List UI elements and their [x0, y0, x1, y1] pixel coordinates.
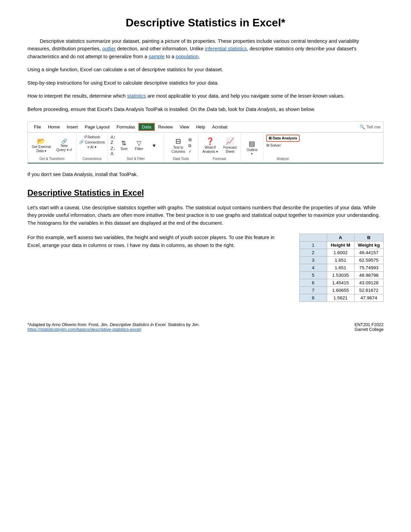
p3: Step-by-step instructions for using Exce… [27, 79, 384, 87]
group-sort-filter: A↑Z Z↓A ⇅ Sort ▽ Filter [108, 134, 164, 161]
group-outline: ▤ Outline ▾ [241, 134, 263, 161]
sample-link[interactable]: sample [149, 54, 165, 59]
row-num-2: 2 [299, 249, 327, 257]
section-heading: Descriptive Statistics in Excel [27, 188, 384, 198]
weight-4: 75.74993 [354, 264, 383, 272]
data-validation-btn[interactable]: ✓ [188, 149, 192, 154]
text-to-columns-btn[interactable]: ⊟ Text toColumns [170, 136, 186, 154]
sort-icon: ⇅ [121, 140, 126, 146]
section-body: Let's start with a caveat. Use descripti… [27, 204, 384, 227]
get-transform-label: Get & Transform [39, 157, 64, 161]
height-8: 1.5621 [327, 294, 354, 302]
ribbon-tab-bar: File Home Insert Page Layout Formulas Da… [28, 122, 383, 133]
sort-az-btn[interactable]: A↑Z [111, 135, 116, 145]
get-transform-buttons: 📂 Get ExternalData ▾ 🔗 NewQuery ▾ ↺ [30, 135, 73, 156]
data-description: For this example, we'll assess two varia… [27, 234, 286, 255]
properties-btn[interactable]: ≡ AI ▾ [87, 145, 97, 149]
text-to-columns-icon: ⊟ [175, 137, 181, 145]
row-num-5: 5 [299, 272, 327, 279]
group-data-tools: ⊟ Text toColumns ⊞ ⧉ ✓ Data Tools [164, 134, 198, 161]
footer-title: Descriptive Statistics in Excel. [110, 322, 166, 327]
statistics-link[interactable]: statistics [127, 93, 146, 99]
tab-insert[interactable]: Insert [63, 123, 82, 131]
table-row: 8 1.5621 47.9674 [299, 294, 383, 302]
data-analysis-label: Data Analysis [273, 136, 297, 140]
outline-arrow: ▾ [251, 152, 253, 156]
get-external-data-btn[interactable]: 📂 Get ExternalData ▾ [30, 137, 52, 154]
sort-az-za-stack: A↑Z Z↓A [111, 135, 116, 156]
flash-fill-icon: ⊞ [188, 137, 192, 142]
row-num-7: 7 [299, 287, 327, 294]
forecast-sheet-icon: 📈 [226, 137, 234, 145]
tab-review[interactable]: Review [155, 123, 176, 131]
table-row: 1 Height M Weight kg [299, 242, 383, 249]
tab-page-layout[interactable]: Page Layout [81, 123, 113, 131]
remove-dup-icon: ⧉ [188, 143, 191, 148]
row-num-3: 3 [299, 257, 327, 264]
weight-6: 43.09128 [354, 279, 383, 287]
refresh-icon: ↺ [84, 135, 87, 139]
advanced-filter-btn[interactable]: ▼ [147, 142, 161, 149]
weight-header: Weight kg [354, 242, 383, 249]
footer-url[interactable]: https://statisticsbyjim.com/basics/descr… [27, 327, 141, 332]
height-4: 1.651 [327, 264, 354, 272]
footer-right: ENT201 F2022 Garrett College [354, 322, 384, 332]
solver-btn[interactable]: ⊛ Solver [266, 143, 281, 148]
tab-formulas[interactable]: Formulas [113, 123, 138, 131]
height-6: 1.45415 [327, 279, 354, 287]
forecast-sheet-btn[interactable]: 📈 ForecastSheet [222, 136, 238, 154]
sort-za-icon: Z↓A [111, 146, 115, 156]
connections-group-label: Connections [83, 157, 102, 161]
outline-btn[interactable]: ▤ Outline ▾ [245, 139, 259, 156]
connections-btn[interactable]: 🔗 Connections [79, 140, 104, 144]
table-row: 5 1.53035 48.98798 [299, 272, 383, 279]
weight-7: 52.61672 [354, 287, 383, 294]
what-if-label: What-IfAnalysis ▾ [202, 146, 218, 154]
new-query-label: NewQuery ▾ ↺ [57, 144, 72, 152]
data-table: A B 1 Height M Weight kg 2 1.6002 49.441… [299, 234, 384, 302]
outlier-link[interactable]: outlier [102, 46, 116, 51]
properties-label: AI ▾ [90, 145, 97, 149]
sort-za-btn[interactable]: Z↓A [111, 146, 116, 156]
tab-data[interactable]: Data [138, 123, 154, 131]
flash-fill-btn[interactable]: ⊞ [188, 137, 192, 142]
data-analysis-btn[interactable]: ⊞ Data Analysis [266, 135, 300, 142]
what-if-btn[interactable]: ❓ What-IfAnalysis ▾ [201, 136, 219, 154]
sort-btn[interactable]: ⇅ Sort [117, 139, 131, 151]
inferential-link[interactable]: inferential statistics [205, 46, 247, 51]
new-query-btn[interactable]: 🔗 NewQuery ▾ ↺ [55, 138, 74, 153]
new-query-icon: 🔗 [61, 139, 67, 144]
tab-home[interactable]: Home [45, 123, 63, 131]
height-7: 1.60655 [327, 287, 354, 294]
ribbon-search[interactable]: 🔍 Tell me [360, 124, 381, 129]
forecast-sheet-label: ForecastSheet [223, 146, 237, 154]
data-tools-icons: ⊞ ⧉ ✓ [188, 137, 192, 154]
analyze-group-label: Analyze [277, 157, 289, 161]
connections-label: Connections [85, 140, 104, 144]
outline-buttons: ▤ Outline ▾ [245, 135, 259, 160]
weight-2: 49.44157 [354, 249, 383, 257]
outline-label: Outline [247, 148, 258, 152]
data-section: For this example, we'll assess two varia… [27, 234, 384, 302]
population-link[interactable]: population [176, 54, 199, 59]
analyze-buttons: ⊞ Data Analysis ⊛ Solver [266, 135, 300, 156]
footer-credit: *Adapted by Arno Oliverio from: Frost, J… [27, 322, 200, 327]
p4: How to interpret the results, determine … [27, 92, 384, 100]
tab-file[interactable]: File [30, 123, 45, 131]
tab-acrobat[interactable]: Acrobat [209, 123, 231, 131]
external-data-icon: 📂 [37, 138, 46, 145]
tab-view[interactable]: View [176, 123, 192, 131]
sort-az-icon: A↑Z [111, 135, 116, 145]
filter-btn[interactable]: ▽ Filter [132, 139, 146, 151]
height-2: 1.6002 [327, 249, 354, 257]
tab-help[interactable]: Help [192, 123, 209, 131]
group-connections: ↺ Refresh 🔗 Connections ≡ AI ▾ Connectio… [76, 134, 108, 161]
connections-buttons: ↺ Refresh 🔗 Connections ≡ AI ▾ [79, 135, 104, 156]
get-external-label: Get ExternalData ▾ [32, 145, 51, 153]
remove-dup-btn[interactable]: ⧉ [188, 143, 192, 148]
refresh-btn[interactable]: ↺ Refresh [84, 135, 100, 139]
after-ribbon-text: If you don't see Data Analysis, install … [27, 171, 384, 178]
table-row: 2 1.6002 49.44157 [299, 249, 383, 257]
ribbon-screenshot: File Home Insert Page Layout Formulas Da… [27, 121, 384, 164]
row-num-1: 1 [299, 242, 327, 249]
